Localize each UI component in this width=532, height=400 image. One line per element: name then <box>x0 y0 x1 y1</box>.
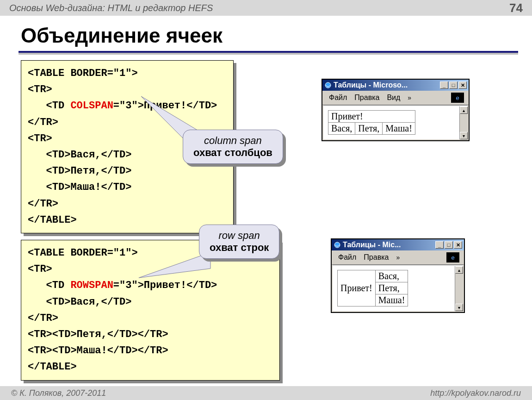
demo-table-rowspan: Привет! Вася, Петя, Маша! <box>337 270 408 306</box>
cell: Петя, <box>375 282 408 294</box>
window-buttons: _ □ ✕ <box>435 241 462 249</box>
browser-window-1: Таблицы - Microso... _ □ ✕ Файл Правка В… <box>322 79 470 141</box>
menu-more-icon[interactable]: » <box>396 254 400 261</box>
page-number: 74 <box>509 1 523 15</box>
svg-point-1 <box>325 82 331 88</box>
ie-icon <box>324 81 332 89</box>
callout-ru: охват строк <box>210 242 269 254</box>
vertical-scrollbar[interactable]: ▴ ▾ <box>455 266 463 311</box>
menu-file[interactable]: Файл <box>338 253 356 262</box>
window-client-area: Привет! Вася, Петя, Маша! <box>323 105 468 139</box>
cell: Маша! <box>383 123 415 135</box>
content-area: <TABLE BORDER="1"> <TR> <TD COLSPAN="3">… <box>21 60 518 381</box>
menu-bar: Файл Правка Вид » e <box>322 91 469 105</box>
svg-point-3 <box>334 242 340 248</box>
footer-copyright: © К. Поляков, 2007-2011 <box>11 388 106 398</box>
course-title: Основы Web-дизайна: HTML и редактор HEFS <box>9 3 213 13</box>
scroll-down-button[interactable]: ▾ <box>460 132 468 139</box>
ie-icon <box>334 241 341 249</box>
callout-row-span: row span охват строк <box>199 225 279 259</box>
footer-band: © К. Поляков, 2007-2011 http://kpolyakov… <box>0 386 532 400</box>
callout-ru: охват столбцов <box>193 147 272 159</box>
window-titlebar: Таблицы - Mic... _ □ ✕ <box>332 239 464 250</box>
window-client-area: Привет! Вася, Петя, Маша! <box>333 265 463 311</box>
vertical-scrollbar[interactable]: ▴ ▾ <box>459 106 468 139</box>
callout-en: row span <box>210 230 269 242</box>
window-title: Таблицы - Mic... <box>343 241 435 249</box>
menu-file[interactable]: Файл <box>329 94 347 102</box>
maximize-button[interactable]: □ <box>445 241 453 249</box>
window-titlebar: Таблицы - Microso... _ □ ✕ <box>322 80 469 91</box>
menu-edit[interactable]: Правка <box>364 253 389 262</box>
close-button[interactable]: ✕ <box>454 241 462 249</box>
ie-logo-icon: e <box>446 252 459 262</box>
slide: Основы Web-дизайна: HTML и редактор HEFS… <box>0 0 532 400</box>
scroll-down-button[interactable]: ▾ <box>455 304 463 311</box>
scroll-up-button[interactable]: ▴ <box>460 106 468 114</box>
demo-table-colspan: Привет! Вася, Петя, Маша! <box>328 110 415 135</box>
scroll-up-button[interactable]: ▴ <box>455 266 463 274</box>
cell: Вася, <box>328 123 355 135</box>
footer-url: http://kpolyakov.narod.ru <box>430 388 521 398</box>
minimize-button[interactable]: _ <box>440 81 448 89</box>
browser-window-2: Таблицы - Mic... _ □ ✕ Файл Правка » e П… <box>331 238 465 313</box>
keyword-rowspan: ROWSPAN <box>70 280 113 291</box>
page-title: Объединение ячеек <box>21 24 532 47</box>
callout-pointer-2 <box>139 252 210 280</box>
cell: Привет! <box>338 270 376 306</box>
menu-edit[interactable]: Правка <box>354 94 379 102</box>
ie-logo-icon: e <box>451 93 464 103</box>
cell: Вася, <box>375 270 408 282</box>
cell: Привет! <box>328 111 415 123</box>
maximize-button[interactable]: □ <box>449 81 458 89</box>
menu-more-icon[interactable]: » <box>408 94 411 101</box>
keyword-colspan: COLSPAN <box>70 100 113 112</box>
minimize-button[interactable]: _ <box>435 241 444 249</box>
close-button[interactable]: ✕ <box>458 81 467 89</box>
callout-column-span: column span охват столбцов <box>183 130 283 164</box>
window-buttons: _ □ ✕ <box>440 81 467 89</box>
title-underline <box>19 51 518 53</box>
callout-en: column span <box>193 135 272 147</box>
svg-marker-2 <box>139 252 210 278</box>
header-band: Основы Web-дизайна: HTML и редактор HEFS… <box>0 0 532 16</box>
menu-view[interactable]: Вид <box>387 94 400 102</box>
window-title: Таблицы - Microso... <box>334 81 440 89</box>
cell: Маша! <box>375 294 408 306</box>
cell: Петя, <box>355 123 383 135</box>
menu-bar: Файл Правка » e <box>332 250 464 265</box>
